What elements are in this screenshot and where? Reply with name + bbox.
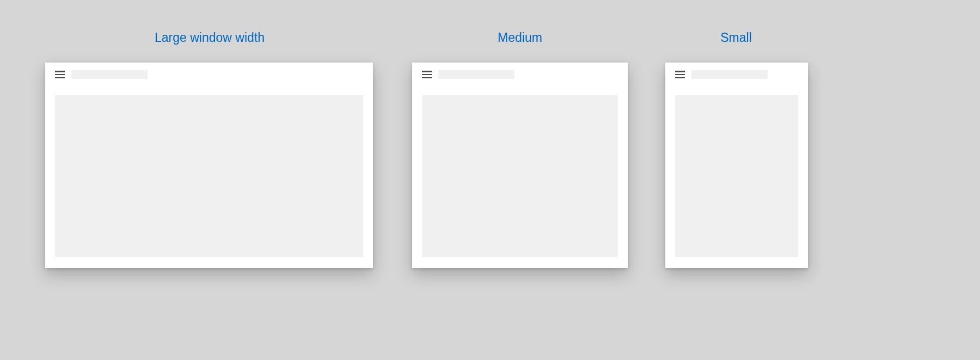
title-placeholder — [691, 70, 768, 79]
window-small — [665, 63, 808, 268]
title-placeholder — [438, 70, 514, 79]
window-header — [45, 63, 373, 83]
content-area — [55, 95, 363, 257]
window-large — [45, 63, 373, 268]
label-small-window: Small — [709, 30, 763, 45]
label-large-window: Large window width — [150, 30, 270, 45]
hamburger-menu-icon[interactable] — [55, 71, 65, 78]
title-placeholder — [71, 70, 148, 79]
window-header — [665, 63, 808, 83]
window-header — [412, 63, 628, 83]
content-area — [675, 95, 798, 257]
content-area — [422, 95, 618, 257]
hamburger-menu-icon[interactable] — [422, 71, 432, 78]
window-medium — [412, 63, 628, 268]
hamburger-menu-icon[interactable] — [675, 71, 685, 78]
label-medium-window: Medium — [493, 30, 547, 45]
